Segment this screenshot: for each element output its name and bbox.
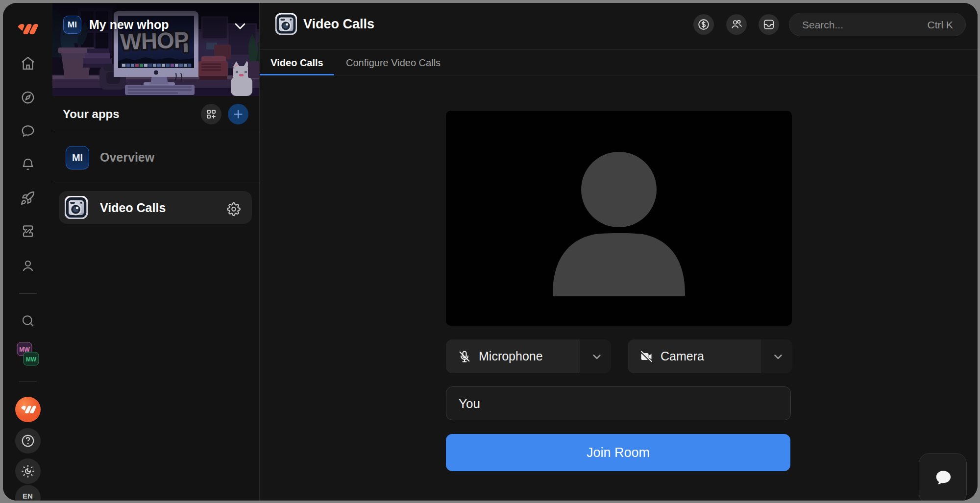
svg-text:MW: MW	[25, 356, 36, 363]
svg-text:MW: MW	[19, 346, 30, 353]
